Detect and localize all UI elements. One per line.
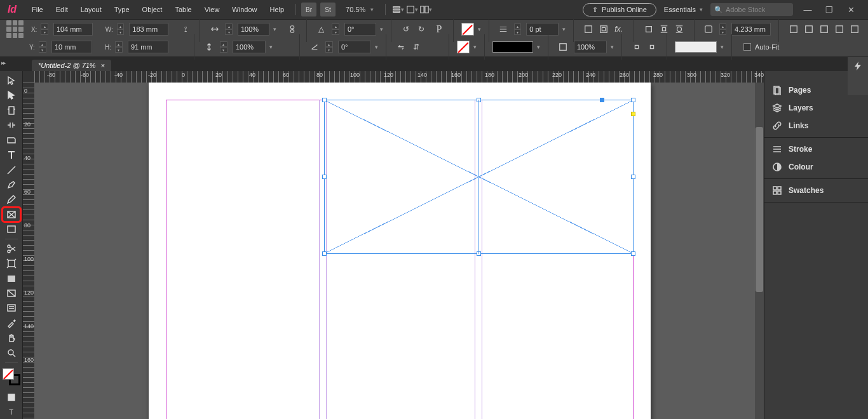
- panel-swatches[interactable]: Swatches: [764, 182, 868, 199]
- corner-spinner[interactable]: ▴▾: [719, 23, 727, 35]
- frame-fitting-preview[interactable]: [675, 41, 717, 53]
- corner-options-icon[interactable]: [702, 23, 715, 36]
- panel-links[interactable]: Links: [764, 117, 868, 135]
- rotate-cw-icon[interactable]: ↻: [414, 23, 428, 36]
- menu-file[interactable]: File: [25, 3, 50, 16]
- expand-toolbox-handle[interactable]: ▸▸: [1, 60, 5, 66]
- paragraph-style-icon[interactable]: P: [432, 23, 445, 36]
- shear-field[interactable]: 0°: [338, 41, 371, 53]
- window-restore-button[interactable]: ❐: [822, 3, 836, 16]
- fill-swatch-none[interactable]: [461, 23, 473, 36]
- stock-button[interactable]: St: [320, 3, 336, 17]
- pencil-tool[interactable]: [3, 193, 20, 206]
- h-field[interactable]: 91 mm: [128, 41, 168, 53]
- center-content-icon[interactable]: [848, 23, 862, 36]
- auto-fit-checkbox[interactable]: [743, 43, 751, 51]
- gradient-swatch-tool[interactable]: [3, 272, 20, 285]
- menu-type[interactable]: Type: [108, 3, 136, 16]
- close-tab-icon[interactable]: ×: [101, 62, 105, 69]
- line-tool[interactable]: [3, 163, 20, 176]
- lightning-icon[interactable]: [853, 61, 863, 71]
- horizontal-ruler[interactable]: -80-60-40-200204060801001201401601802002…: [34, 71, 764, 83]
- menu-object[interactable]: Object: [136, 3, 169, 16]
- h-spinner[interactable]: ▴▾: [115, 41, 123, 53]
- effects-icon[interactable]: fx.: [612, 23, 626, 36]
- menu-layout[interactable]: Layout: [74, 3, 108, 16]
- panel-stroke[interactable]: Stroke: [764, 140, 868, 158]
- corner-field[interactable]: 4.233 mm: [731, 23, 771, 36]
- flip-horizontal-icon[interactable]: ⇋: [394, 41, 408, 53]
- scale-x-spinner[interactable]: ▴▾: [225, 23, 233, 35]
- hand-tool[interactable]: [3, 331, 20, 345]
- y-field[interactable]: 10 mm: [51, 41, 92, 53]
- select-content-icon[interactable]: [597, 23, 611, 36]
- x-field[interactable]: 104 mm: [53, 23, 93, 36]
- window-close-button[interactable]: ✕: [844, 3, 858, 16]
- shear-spinner[interactable]: ▴▾: [325, 41, 333, 53]
- fit-content-to-frame-icon[interactable]: [802, 23, 816, 36]
- fill-swatch[interactable]: [3, 368, 14, 380]
- vertical-scrollbar[interactable]: [755, 83, 764, 419]
- view-options-dropdown[interactable]: ▾: [391, 3, 405, 16]
- note-tool[interactable]: [3, 302, 20, 315]
- text-wrap-shape-icon[interactable]: [672, 23, 686, 36]
- scissors-tool[interactable]: [3, 242, 20, 255]
- pen-tool[interactable]: [3, 178, 20, 191]
- text-wrap-bbox-icon[interactable]: [657, 23, 671, 36]
- text-wrap-jump-icon[interactable]: [630, 41, 644, 53]
- constrain-wh-icon[interactable]: ⟟: [179, 23, 192, 36]
- zoom-level-dropdown[interactable]: 70.5% ▾: [339, 6, 380, 13]
- selection-tool[interactable]: [3, 74, 20, 87]
- stroke-style-dropdown[interactable]: [492, 41, 533, 53]
- flip-vertical-icon[interactable]: ⇵: [409, 41, 423, 53]
- vertical-ruler[interactable]: 020406080100120140160: [23, 83, 34, 419]
- constrain-scale-icon[interactable]: [285, 23, 299, 36]
- stroke-swatch-none[interactable]: [457, 41, 470, 53]
- stroke-weight-spinner[interactable]: ▴▾: [514, 23, 522, 35]
- rotate-ccw-icon[interactable]: ↺: [399, 23, 413, 36]
- menu-window[interactable]: Window: [226, 3, 263, 16]
- window-minimize-button[interactable]: —: [801, 3, 815, 16]
- scale-x-field[interactable]: 100%: [238, 23, 269, 36]
- w-field[interactable]: 183 mm: [129, 23, 168, 36]
- fit-content-prop-icon[interactable]: [817, 23, 831, 36]
- fill-stroke-swatch[interactable]: [3, 368, 20, 385]
- select-container-icon[interactable]: [581, 23, 595, 36]
- screen-mode-dropdown[interactable]: ▾: [405, 3, 419, 16]
- zoom-tool[interactable]: [3, 346, 20, 359]
- direct-selection-tool[interactable]: [3, 88, 20, 102]
- menu-table[interactable]: Table: [168, 3, 198, 16]
- stock-search-input[interactable]: 🔍 Adobe Stock: [710, 3, 793, 16]
- free-transform-tool[interactable]: [3, 257, 20, 270]
- fit-frame-to-content-icon[interactable]: [787, 23, 801, 36]
- apply-color-button[interactable]: [3, 390, 20, 404]
- document-tab[interactable]: *Untitled-2 @ 71% ×: [32, 60, 111, 71]
- scale-y-spinner[interactable]: ▴▾: [220, 41, 227, 53]
- selected-rectangle-frame[interactable]: [324, 100, 634, 254]
- live-corner-handle[interactable]: [631, 112, 635, 116]
- x-spinner[interactable]: ▴▾: [41, 23, 48, 35]
- scale-y-field[interactable]: 100%: [233, 41, 266, 53]
- page-tool[interactable]: [3, 103, 20, 117]
- w-spinner[interactable]: ▴▾: [117, 23, 125, 35]
- content-collector-tool[interactable]: [3, 133, 20, 147]
- document-viewport[interactable]: [34, 83, 755, 419]
- reference-point-widget[interactable]: [6, 20, 24, 38]
- gap-tool[interactable]: [3, 118, 20, 131]
- menu-view[interactable]: View: [198, 3, 226, 16]
- top-center-handle[interactable]: [600, 98, 604, 102]
- view-mode-toggle[interactable]: T: [3, 406, 20, 419]
- rotate-field[interactable]: 0°: [344, 23, 376, 36]
- workspace-switcher[interactable]: Essentials ▾: [664, 6, 703, 13]
- type-tool[interactable]: [3, 148, 20, 161]
- rectangle-tool[interactable]: [3, 223, 20, 236]
- text-wrap-jump-next-icon[interactable]: [645, 41, 659, 53]
- menu-edit[interactable]: Edit: [50, 3, 74, 16]
- gradient-feather-tool[interactable]: [3, 287, 20, 300]
- stroke-weight-field[interactable]: 0 pt: [526, 23, 558, 36]
- panel-layers[interactable]: Layers: [764, 99, 868, 117]
- rotate-spinner[interactable]: ▴▾: [332, 23, 339, 35]
- publish-online-button[interactable]: ⇧ Publish Online: [583, 3, 656, 17]
- opacity-field[interactable]: 100%: [574, 41, 607, 53]
- bridge-button[interactable]: Br: [301, 3, 316, 17]
